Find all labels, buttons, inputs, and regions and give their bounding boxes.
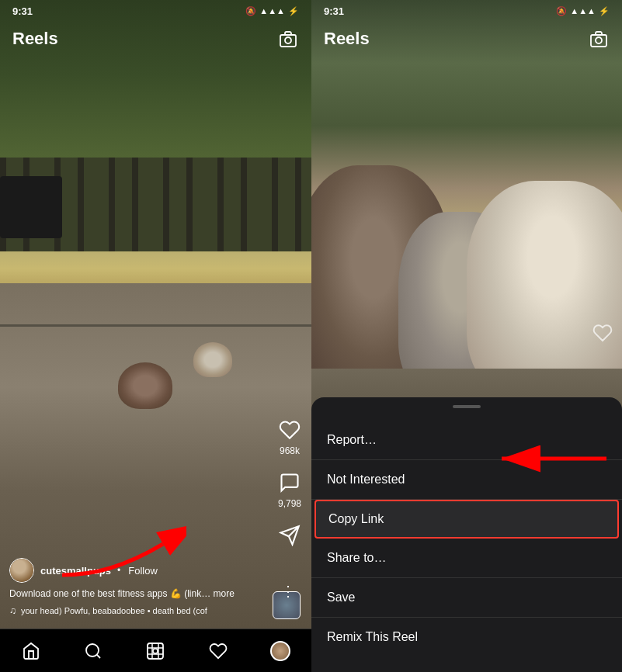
dog-scene-right — [311, 0, 622, 419]
nav-heart[interactable] — [200, 632, 237, 670]
status-bar-right: 9:31 🔕 ▲▲▲ ⚡ — [311, 0, 622, 22]
svg-point-14 — [596, 37, 602, 43]
page-title-right: Reels — [324, 29, 370, 49]
dog-1 — [118, 362, 172, 409]
mute-icon: 🔕 — [245, 6, 256, 16]
car — [0, 176, 62, 238]
heart-icon — [277, 417, 302, 442]
nav-home[interactable] — [12, 632, 50, 670]
right-panel: 9:31 🔕 ▲▲▲ ⚡ Reels Report… Not Inter — [311, 0, 622, 672]
send-icon — [277, 523, 302, 548]
avatar-image — [10, 559, 33, 582]
pavement-line — [0, 324, 311, 327]
page-title-left: Reels — [12, 29, 58, 49]
battery-icon: ⚡ — [288, 6, 299, 16]
copy-link-item[interactable]: Copy Link — [314, 500, 619, 539]
status-time-left: 9:31 — [12, 5, 33, 17]
nav-profile[interactable] — [262, 632, 299, 670]
status-time-right: 9:31 — [324, 5, 344, 17]
status-icons-right: 🔕 ▲▲▲ ⚡ — [556, 6, 610, 16]
heart-icon-right[interactable] — [592, 323, 613, 348]
camera-button-left[interactable] — [277, 28, 299, 50]
header-left: Reels — [0, 22, 311, 56]
bottom-nav — [0, 629, 311, 672]
svg-point-5 — [86, 644, 99, 656]
three-dots-icon: ⋮ — [281, 583, 296, 600]
nav-reels[interactable] — [137, 632, 174, 670]
battery-icon-right: ⚡ — [599, 6, 610, 16]
svg-point-8 — [153, 649, 158, 653]
remix-item[interactable]: Remix This Reel — [311, 618, 622, 656]
camera-button-right[interactable] — [588, 28, 610, 50]
caption: Download one of the best fitness apps 💪 … — [9, 587, 263, 601]
status-icons-left: 🔕 ▲▲▲ ⚡ — [245, 6, 299, 16]
signal-icon: ▲▲▲ — [259, 6, 285, 16]
like-count: 968k — [280, 445, 300, 456]
music-row: ♫ your head) Powfu, beabadoobee • death … — [9, 605, 263, 616]
comment-icon — [277, 470, 302, 495]
left-panel: 9:31 🔕 ▲▲▲ ⚡ Reels 968k — [0, 0, 311, 672]
svg-rect-7 — [148, 643, 163, 659]
music-text: your head) Powfu, beabadoobee • death be… — [21, 606, 207, 615]
action-buttons: 968k 9,798 — [277, 417, 302, 548]
share-button[interactable] — [277, 523, 302, 548]
comment-button[interactable]: 9,798 — [277, 470, 302, 509]
sheet-handle — [453, 405, 481, 408]
svg-point-1 — [285, 37, 291, 43]
svg-line-6 — [97, 654, 100, 657]
music-note-icon: ♫ — [9, 605, 16, 616]
red-arrow-left — [47, 521, 186, 583]
share-to-item[interactable]: Share to… — [311, 539, 622, 578]
profile-avatar — [270, 641, 290, 661]
avatar[interactable] — [9, 558, 34, 583]
mute-icon-right: 🔕 — [556, 6, 567, 16]
signal-icon-right: ▲▲▲ — [570, 6, 596, 16]
more-options-button[interactable]: ⋮ — [276, 579, 301, 604]
header-right: Reels — [311, 22, 622, 56]
dog-2 — [193, 342, 232, 377]
status-bar-left: 9:31 🔕 ▲▲▲ ⚡ — [0, 0, 311, 22]
save-item[interactable]: Save — [311, 578, 622, 618]
like-button[interactable]: 968k — [277, 417, 302, 456]
nav-search[interactable] — [75, 632, 112, 670]
red-arrow-right — [490, 435, 614, 482]
big-dog-right — [467, 181, 622, 398]
comment-count: 9,798 — [278, 498, 301, 509]
